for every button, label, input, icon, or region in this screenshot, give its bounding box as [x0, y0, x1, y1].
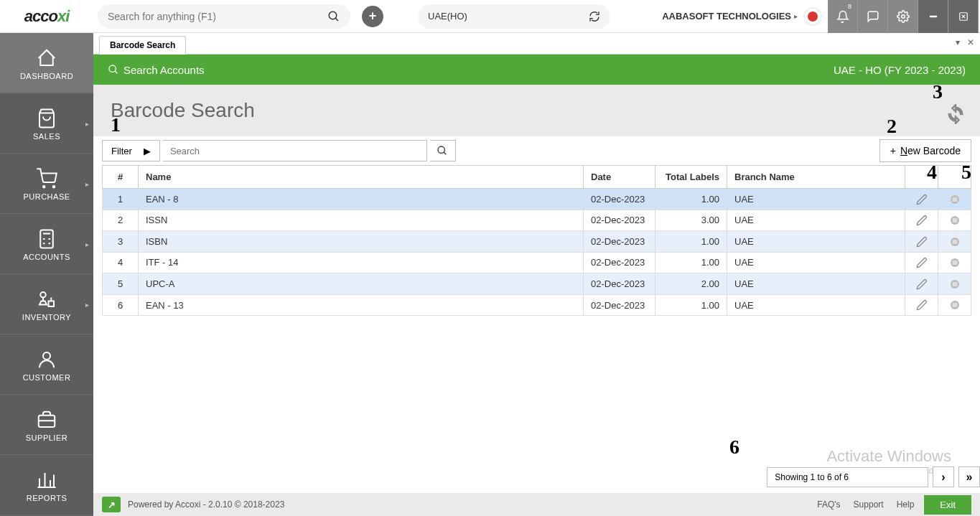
more-button[interactable]: [938, 231, 971, 253]
notification-icon[interactable]: 8: [828, 0, 858, 33]
more-button[interactable]: [938, 273, 971, 295]
annotation-1: 1: [111, 113, 121, 136]
nav-label: INVENTORY: [22, 313, 71, 322]
tab-barcode-search[interactable]: Barcode Search: [99, 36, 186, 55]
edit-button[interactable]: [905, 210, 938, 231]
cell-date: 02-Dec-2023: [584, 210, 655, 231]
search-icon[interactable]: [327, 9, 340, 23]
minimize-icon[interactable]: [918, 0, 948, 33]
tab-bar: Barcode Search ▾ ✕: [93, 33, 980, 55]
more-button[interactable]: [938, 189, 971, 210]
tab-dropdown-icon[interactable]: ▾: [956, 37, 960, 47]
filter-search-input[interactable]: [163, 140, 427, 161]
filter-search-button[interactable]: [430, 140, 456, 161]
footer-help[interactable]: Help: [897, 499, 915, 510]
nav-customer[interactable]: CUSTOMER: [0, 334, 93, 395]
cell-date: 02-Dec-2023: [584, 252, 655, 273]
cell-date: 02-Dec-2023: [584, 273, 655, 295]
cell-total: 1.00: [655, 231, 727, 253]
exit-button[interactable]: Exit: [924, 495, 971, 515]
add-button[interactable]: +: [362, 6, 383, 27]
nav-supplier[interactable]: SUPPLIER: [0, 395, 93, 455]
green-bar: Search Accounts UAE - HO (FY 2023 - 2023…: [93, 55, 980, 85]
col-date[interactable]: Date: [584, 166, 655, 189]
more-button[interactable]: [938, 210, 971, 231]
last-page-button[interactable]: »: [958, 466, 980, 487]
settings-icon[interactable]: [888, 0, 918, 33]
svg-point-11: [438, 146, 444, 153]
table-row[interactable]: 3 ISBN 02-Dec-2023 1.00 UAE: [103, 231, 971, 253]
page-title: Barcode Search: [111, 99, 255, 122]
nav-accounts[interactable]: ACCOUNTS ▸: [0, 214, 93, 274]
col-branch[interactable]: Branch Name: [727, 166, 905, 189]
company-arrow-icon[interactable]: ▸: [794, 12, 798, 20]
next-page-button[interactable]: ›: [933, 466, 954, 487]
play-icon: ▶: [144, 146, 151, 156]
briefcase-icon: [36, 407, 57, 431]
sidebar: DASHBOARD SALES ▸ PURCHASE ▸ ACCOUNTS ▸ …: [0, 33, 93, 516]
cell-branch: UAE: [727, 210, 905, 231]
chat-icon[interactable]: [858, 0, 888, 33]
global-search-input[interactable]: [108, 11, 327, 22]
toolbar: Filter ▶ + New Barcode: [93, 136, 980, 165]
edit-button[interactable]: [905, 252, 938, 273]
footer: ↗ Powered by Accoxi - 2.0.10 © 2018-2023…: [93, 493, 980, 516]
nav-inventory[interactable]: INVENTORY ▸: [0, 274, 93, 334]
nav-sales[interactable]: SALES ▸: [0, 93, 93, 154]
nav-label: ACCOUNTS: [23, 253, 70, 261]
nav-purchase[interactable]: PURCHASE ▸: [0, 154, 93, 214]
col-total[interactable]: Total Labels: [655, 166, 727, 189]
nav-label: SALES: [33, 132, 60, 141]
home-icon: [36, 45, 57, 69]
global-search[interactable]: [98, 4, 350, 29]
svg-rect-6: [40, 230, 53, 248]
cell-branch: UAE: [727, 252, 905, 273]
footer-faq[interactable]: FAQ's: [817, 499, 840, 510]
bag-icon: [36, 105, 57, 129]
svg-rect-2: [930, 16, 936, 17]
more-button[interactable]: [938, 252, 971, 273]
refresh-icon[interactable]: [589, 10, 600, 23]
more-button[interactable]: [938, 294, 971, 316]
edit-button[interactable]: [905, 231, 938, 253]
nav-reports[interactable]: REPORTS: [0, 455, 93, 515]
table-row[interactable]: 2 ISSN 02-Dec-2023 3.00 UAE: [103, 210, 971, 231]
edit-button[interactable]: [905, 189, 938, 210]
svg-point-0: [329, 11, 337, 19]
branch-selector[interactable]: [418, 4, 610, 29]
edit-button[interactable]: [905, 294, 938, 316]
nav-label: SUPPLIER: [26, 433, 67, 442]
cell-total: 1.00: [655, 294, 727, 316]
reports-icon: [36, 467, 57, 491]
annotation-3: 3: [933, 80, 943, 103]
svg-point-4: [43, 186, 45, 188]
annotation-4: 4: [927, 161, 937, 184]
col-name[interactable]: Name: [139, 166, 584, 189]
new-barcode-button[interactable]: + New Barcode: [879, 139, 971, 162]
nav-dashboard[interactable]: DASHBOARD: [0, 33, 93, 93]
cell-idx: 6: [103, 294, 139, 316]
status-indicator[interactable]: [803, 7, 822, 26]
logo: accoxi: [0, 0, 93, 33]
table-row[interactable]: 5 UPC-A 02-Dec-2023 2.00 UAE: [103, 273, 971, 295]
table-row[interactable]: 1 EAN - 8 02-Dec-2023 1.00 UAE: [103, 189, 971, 210]
nav-label: CUSTOMER: [23, 373, 71, 382]
edit-button[interactable]: [905, 273, 938, 295]
company-name[interactable]: AABASOFT TECHNOLOGIES: [662, 11, 791, 22]
nav-label: DASHBOARD: [20, 72, 73, 80]
table-row[interactable]: 4 ITF - 14 02-Dec-2023 1.00 UAE: [103, 252, 971, 273]
cell-branch: UAE: [727, 294, 905, 316]
table-row[interactable]: 6 EAN - 13 02-Dec-2023 1.00 UAE: [103, 294, 971, 316]
customer-icon: [36, 347, 57, 370]
tab-close-icon[interactable]: ✕: [967, 37, 974, 47]
cell-total: 2.00: [655, 273, 727, 295]
footer-support[interactable]: Support: [854, 499, 884, 510]
col-idx[interactable]: #: [103, 166, 139, 189]
filter-button[interactable]: Filter ▶: [102, 140, 160, 161]
page-info: Showing 1 to 6 of 6: [767, 467, 928, 487]
search-accounts-button[interactable]: Search Accounts: [108, 64, 205, 76]
chevron-right-icon: ▸: [85, 119, 89, 127]
close-icon[interactable]: [948, 0, 979, 33]
refresh-button[interactable]: [946, 102, 966, 124]
branch-input[interactable]: [428, 11, 589, 22]
